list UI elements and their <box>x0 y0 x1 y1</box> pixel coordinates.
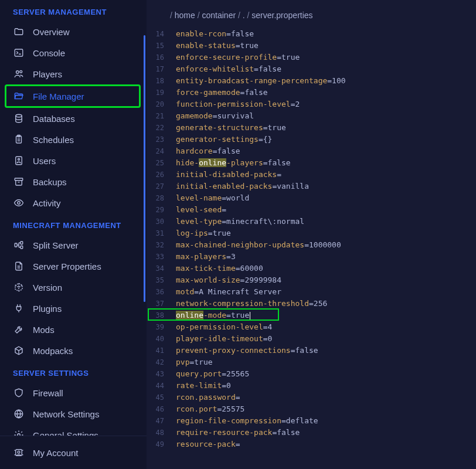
code-line[interactable]: 42pvp=true <box>150 356 476 368</box>
code-line[interactable]: 25hide-online-players=false <box>150 157 476 169</box>
code-line[interactable]: 38online-mode=true <box>150 310 476 321</box>
sidebar-item-network-settings[interactable]: Network Settings <box>0 403 147 424</box>
code-content[interactable]: gamemode=survival <box>171 110 254 122</box>
sidebar-item-mods[interactable]: Mods <box>0 319 147 340</box>
code-content[interactable]: initial-disabled-packs= <box>171 169 281 181</box>
code-line[interactable]: 46rcon.port=25575 <box>150 403 476 415</box>
code-line[interactable]: 18entity-broadcast-range-percentage=100 <box>150 75 476 87</box>
code-editor[interactable]: 14enable-rcon=false15enable-status=true1… <box>147 28 476 450</box>
code-content[interactable]: enable-status=true <box>171 40 259 52</box>
code-content[interactable]: resource-pack= <box>171 439 240 450</box>
code-content[interactable]: rcon.port=25575 <box>171 403 244 415</box>
code-content[interactable]: generator-settings={} <box>171 134 272 145</box>
code-content[interactable]: region-file-compression=deflate <box>171 415 318 427</box>
code-content[interactable]: level-type=minecraft\:normal <box>171 216 304 227</box>
code-line[interactable]: 30level-type=minecraft\:normal <box>150 216 476 227</box>
code-content[interactable]: online-mode=true <box>171 310 250 321</box>
sidebar-item-players[interactable]: Players <box>0 63 147 84</box>
breadcrumb-segment[interactable]: . <box>243 11 245 20</box>
my-account-link[interactable]: My Account <box>0 442 147 463</box>
code-content[interactable]: prevent-proxy-connections=false <box>171 345 318 356</box>
code-content[interactable]: require-resource-pack=false <box>171 427 300 439</box>
breadcrumb[interactable]: / home / container / . / server.properti… <box>147 0 476 28</box>
code-content[interactable]: network-compression-threshold=256 <box>171 298 327 310</box>
code-content[interactable]: enforce-secure-profile=true <box>171 52 300 63</box>
code-content[interactable]: entity-broadcast-range-percentage=100 <box>171 75 346 87</box>
breadcrumb-segment[interactable]: home <box>175 11 195 20</box>
code-content[interactable]: force-gamemode=false <box>171 87 268 98</box>
sidebar-item-general-settings[interactable]: General Settings <box>0 424 147 436</box>
sidebar-item-overview[interactable]: Overview <box>0 21 147 42</box>
code-line[interactable]: 27initial-enabled-packs=vanilla <box>150 181 476 192</box>
code-line[interactable]: 14enable-rcon=false <box>150 28 476 40</box>
code-line[interactable]: 34max-tick-time=60000 <box>150 263 476 274</box>
code-line[interactable]: 17enforce-whitelist=false <box>150 63 476 75</box>
code-line[interactable]: 28level-name=world <box>150 192 476 204</box>
sidebar-item-version[interactable]: Version <box>0 277 147 298</box>
code-content[interactable]: hardcore=false <box>171 145 240 157</box>
code-content[interactable]: function-permission-level=2 <box>171 98 300 110</box>
code-content[interactable]: enforce-whitelist=false <box>171 63 281 75</box>
code-line[interactable]: 47region-file-compression=deflate <box>150 415 476 427</box>
breadcrumb-segment[interactable]: server.properties <box>251 11 312 20</box>
code-line[interactable]: 16enforce-secure-profile=true <box>150 52 476 63</box>
code-line[interactable]: 24hardcore=false <box>150 145 476 157</box>
code-content[interactable]: hide-online-players=false <box>171 157 291 169</box>
sidebar-item-activity[interactable]: Activity <box>0 192 147 213</box>
code-line[interactable]: 32max-chained-neighbor-updates=1000000 <box>150 239 476 251</box>
code-line[interactable]: 33max-players=3 <box>150 251 476 263</box>
sidebar-item-label: General Settings <box>33 430 98 436</box>
code-line[interactable]: 39op-permission-level=4 <box>150 321 476 333</box>
code-line[interactable]: 19force-gamemode=false <box>150 87 476 98</box>
code-line[interactable]: 21gamemode=survival <box>150 110 476 122</box>
sidebar-item-backups[interactable]: Backups <box>0 171 147 192</box>
code-line[interactable]: 44rate-limit=0 <box>150 380 476 392</box>
code-content[interactable]: query.port=25565 <box>171 368 249 380</box>
code-content[interactable]: max-tick-time=60000 <box>171 263 263 274</box>
code-line[interactable]: 41prevent-proxy-connections=false <box>150 345 476 356</box>
code-line[interactable]: 26initial-disabled-packs= <box>150 169 476 181</box>
code-line[interactable]: 20function-permission-level=2 <box>150 98 476 110</box>
sidebar-footer: My Account <box>0 436 147 469</box>
code-line[interactable]: 15enable-status=true <box>150 40 476 52</box>
breadcrumb-segment[interactable]: container <box>202 11 236 20</box>
code-content[interactable]: log-ips=true <box>171 227 231 239</box>
code-line[interactable]: 22generate-structures=true <box>150 122 476 134</box>
code-content[interactable]: player-idle-timeout=0 <box>171 333 272 345</box>
sidebar-item-split-server[interactable]: Split Server <box>0 235 147 256</box>
code-line[interactable]: 37network-compression-threshold=256 <box>150 298 476 310</box>
sidebar-item-server-properties[interactable]: Server Properties <box>0 256 147 277</box>
code-line[interactable]: 29level-seed= <box>150 204 476 216</box>
code-line[interactable]: 23generator-settings={} <box>150 134 476 145</box>
code-content[interactable]: initial-enabled-packs=vanilla <box>171 181 309 192</box>
code-line[interactable]: 31log-ips=true <box>150 227 476 239</box>
sidebar-item-users[interactable]: Users <box>0 150 147 171</box>
code-content[interactable]: max-players=3 <box>171 251 236 263</box>
code-content[interactable]: level-name=world <box>171 192 249 204</box>
sidebar-item-label: Firewall <box>33 388 63 398</box>
code-line[interactable]: 48require-resource-pack=false <box>150 427 476 439</box>
code-content[interactable]: op-permission-level=4 <box>171 321 272 333</box>
code-content[interactable]: enable-rcon=false <box>171 28 254 40</box>
sidebar-item-databases[interactable]: Databases <box>0 108 147 129</box>
code-line[interactable]: 36motd=A Minecraft Server <box>150 286 476 298</box>
code-content[interactable]: generate-structures=true <box>171 122 286 134</box>
sidebar-item-modpacks[interactable]: Modpacks <box>0 340 147 361</box>
sidebar-item-schedules[interactable]: Schedules <box>0 129 147 150</box>
code-content[interactable]: rate-limit=0 <box>171 380 231 392</box>
code-content[interactable]: pvp=true <box>171 356 213 368</box>
sidebar-item-console[interactable]: Console <box>0 42 147 63</box>
code-line[interactable]: 40player-idle-timeout=0 <box>150 333 476 345</box>
code-line[interactable]: 45rcon.password= <box>150 392 476 403</box>
sidebar-item-firewall[interactable]: Firewall <box>0 382 147 403</box>
code-content[interactable]: max-chained-neighbor-updates=1000000 <box>171 239 341 251</box>
code-line[interactable]: 35max-world-size=29999984 <box>150 274 476 286</box>
sidebar-item-plugins[interactable]: Plugins <box>0 298 147 319</box>
code-line[interactable]: 43query.port=25565 <box>150 368 476 380</box>
code-content[interactable]: level-seed= <box>171 204 226 216</box>
code-content[interactable]: motd=A Minecraft Server <box>171 286 281 298</box>
sidebar-item-file-manager[interactable]: File Manager <box>6 86 139 106</box>
code-content[interactable]: rcon.password= <box>171 392 240 403</box>
code-line[interactable]: 49resource-pack= <box>150 439 476 450</box>
code-content[interactable]: max-world-size=29999984 <box>171 274 281 286</box>
